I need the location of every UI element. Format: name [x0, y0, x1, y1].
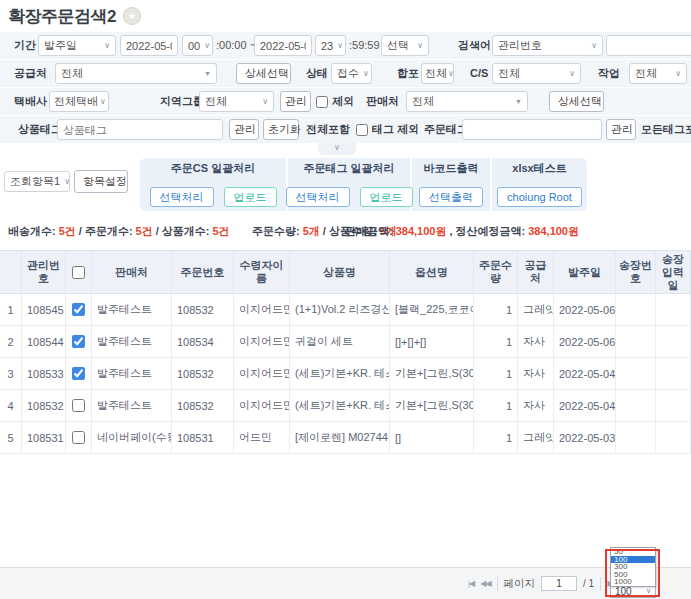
- header-mgmt-no[interactable]: 관리번호: [22, 250, 66, 294]
- cell-checkbox: [66, 294, 92, 326]
- order-tag-input[interactable]: [462, 119, 602, 140]
- period-preset-select[interactable]: 선택 ∨: [381, 35, 429, 56]
- view-items-select[interactable]: 조회항목1 ∨: [4, 171, 70, 192]
- tag-exclude-checkbox[interactable]: [356, 124, 368, 136]
- minute-to-text: :59:59: [349, 32, 380, 59]
- row-checkbox[interactable]: [72, 431, 85, 444]
- header-seller[interactable]: 판매처: [92, 250, 172, 294]
- cell-seller: 발주테스트: [92, 294, 172, 326]
- header-qty[interactable]: 주문수량: [474, 250, 518, 294]
- row-checkbox[interactable]: [72, 399, 85, 412]
- favorite-star-icon[interactable]: ★: [123, 7, 141, 25]
- tag-process-button[interactable]: 선택처리: [286, 187, 350, 207]
- cell-supplier: 자사: [518, 390, 554, 422]
- cell-qty: 1: [474, 294, 518, 326]
- summary-value: 5건: [136, 225, 153, 237]
- period-type-select[interactable]: 발주일 ∨: [38, 35, 116, 56]
- seller-detail-button[interactable]: 상세선택: [549, 91, 604, 112]
- cell-seller: 네이버페이(수동발주): [92, 422, 172, 454]
- cell-invoice-no: [616, 390, 656, 422]
- region-exclude-checkbox[interactable]: [316, 96, 328, 108]
- work-select[interactable]: 전체 ∨: [629, 63, 687, 84]
- tag-include-select[interactable]: 전체포함 ∨: [303, 119, 351, 140]
- cell-mgmt-no: 108544: [22, 326, 66, 358]
- region-group-label: 지역그룹: [160, 88, 204, 115]
- seller-select[interactable]: 전체 ▼: [406, 91, 528, 112]
- xlsx-test-button[interactable]: choiung Root: [497, 187, 582, 207]
- page-size-popup: 50 100 300 500 1000: [610, 547, 656, 587]
- header-option[interactable]: 옵션명: [390, 250, 474, 294]
- order-tag-manage-button[interactable]: 관리: [606, 119, 636, 140]
- header-order-no[interactable]: 주문번호: [172, 250, 234, 294]
- product-tag-manage-button[interactable]: 관리: [229, 119, 259, 140]
- header-supplier[interactable]: 공급처: [518, 250, 554, 294]
- orders-table: 관리번호 판매처 주문번호 수령자이름 상품명 옵션명 주문수량 공급처 발주일…: [0, 250, 691, 454]
- header-order-date[interactable]: 발주일: [554, 250, 616, 294]
- all-tag-include-select[interactable]: 모든태그포함: [641, 116, 691, 143]
- date-from-input[interactable]: [120, 35, 178, 56]
- cs-upload-button[interactable]: 업로드: [224, 187, 277, 207]
- header-product[interactable]: 상품명: [290, 250, 390, 294]
- collapse-chevron-icon: ∨: [334, 143, 340, 152]
- chevron-down-icon: ∨: [262, 97, 268, 106]
- hour-from-select[interactable]: 00 ∨: [182, 35, 213, 56]
- page-number-input[interactable]: [541, 576, 577, 591]
- courier-select[interactable]: 전체택배 ∨: [49, 91, 109, 112]
- region-group-select[interactable]: 전체 ∨: [199, 91, 274, 112]
- cell-checkbox: [66, 358, 92, 390]
- cell-option: 기본+[그린,S(300)]: [390, 358, 474, 390]
- cell-invoice-date: [656, 422, 691, 454]
- select-all-checkbox[interactable]: [72, 266, 85, 279]
- filter-row-courier: 택배사 전체택배 ∨ 지역그룹 전체 ∨ 관리 제외 판매처 전체 ▼ 상세선택: [0, 88, 691, 115]
- product-tag-reset-button[interactable]: 초기화: [263, 119, 299, 140]
- group-title: 주문CS 일괄처리: [140, 158, 286, 183]
- group-order-tag: 주문태그 일괄처리 선택처리 업로드: [288, 158, 412, 211]
- header-invoice-date[interactable]: 송장입력일: [656, 250, 691, 294]
- page-size-option[interactable]: 1000: [611, 578, 655, 586]
- row-checkbox[interactable]: [72, 367, 85, 380]
- minute-from-text: :00:00 ~: [216, 32, 256, 59]
- courier-value: 전체택배: [54, 94, 98, 109]
- summary-label: , 정산예정금액:: [449, 225, 525, 237]
- item-config-button[interactable]: 항목설정: [74, 170, 128, 193]
- status-select[interactable]: 접수 ∨: [331, 63, 372, 84]
- cell-option: [블랙_225,코코아베…: [390, 294, 474, 326]
- header-invoice-no[interactable]: 송장번호: [616, 250, 656, 294]
- hour-from-value: 00: [188, 40, 200, 52]
- cell-order-date: 2022-05-03: [554, 422, 616, 454]
- cell-order-date: 2022-05-04: [554, 390, 616, 422]
- divider: [497, 577, 498, 591]
- barcode-print-button[interactable]: 선택출력: [419, 187, 483, 207]
- row-checkbox[interactable]: [72, 303, 85, 316]
- hour-to-value: 23: [321, 40, 333, 52]
- cell-qty: 1: [474, 390, 518, 422]
- work-value: 전체: [635, 66, 657, 81]
- chevron-down-icon: ∨: [204, 41, 210, 50]
- cell-invoice-no: [616, 294, 656, 326]
- tag-upload-button[interactable]: 업로드: [360, 187, 413, 207]
- cell-mgmt-no: 108533: [22, 358, 66, 390]
- happo-value: 전체: [425, 66, 447, 81]
- summary-label: / 상품개수:: [156, 225, 210, 237]
- filter-collapse-tab[interactable]: ∨: [318, 143, 356, 155]
- prev-page-icon[interactable]: ◀◀: [480, 579, 490, 588]
- hour-to-select[interactable]: 23 ∨: [315, 35, 346, 56]
- supplier-detail-button[interactable]: 상세선택: [236, 63, 291, 84]
- cell-supplier: 자사: [518, 326, 554, 358]
- cs-select[interactable]: 전체 ∨: [492, 63, 581, 84]
- group-order-cs: 주문CS 일괄처리 선택처리 업로드: [140, 158, 288, 211]
- date-to-input[interactable]: [254, 35, 312, 56]
- row-checkbox[interactable]: [72, 335, 85, 348]
- first-page-icon[interactable]: |◀: [468, 579, 474, 588]
- cell-supplier: 그레잇: [518, 294, 554, 326]
- happo-select[interactable]: 전체 ∨: [421, 63, 454, 84]
- search-type-select[interactable]: 관리번호 ∨: [492, 35, 603, 56]
- region-manage-button[interactable]: 관리: [280, 91, 311, 112]
- pagination-bar: |◀ ◀◀ 페이지 / 1 ▶▶ ▶|: [0, 567, 691, 599]
- cell-invoice-date: [656, 294, 691, 326]
- header-receiver[interactable]: 수령자이름: [234, 250, 290, 294]
- product-tag-input[interactable]: [57, 119, 223, 140]
- cs-process-button[interactable]: 선택처리: [150, 187, 214, 207]
- search-input[interactable]: [606, 35, 691, 56]
- supplier-select[interactable]: 전체 ▼: [55, 63, 217, 84]
